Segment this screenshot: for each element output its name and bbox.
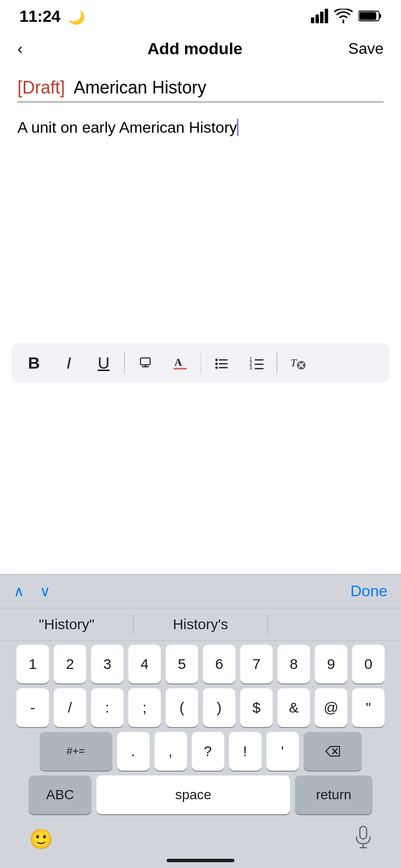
key-6[interactable]: 6 — [203, 645, 235, 683]
key-colon[interactable]: : — [91, 688, 123, 727]
svg-point-13 — [216, 363, 218, 365]
key-hashtag-switch[interactable]: #+= — [40, 732, 112, 771]
content-area: [Draft] A unit on early American History — [0, 68, 401, 266]
highlight-button[interactable] — [135, 352, 156, 373]
text-cursor — [237, 119, 238, 136]
key-5[interactable]: 5 — [166, 645, 198, 683]
key-period[interactable]: . — [117, 732, 150, 771]
key-7[interactable]: 7 — [240, 645, 273, 683]
bottom-bar: 🙂 — [0, 821, 401, 856]
keyboard-toolbar: ∧ ∨ Done — [0, 574, 401, 608]
keyboard-rows: 1 2 3 4 5 6 7 8 9 0 - / : ; ( ) $ & @ " … — [0, 641, 401, 821]
svg-rect-0 — [311, 17, 314, 23]
svg-text:T: T — [291, 356, 297, 369]
home-bar — [167, 859, 234, 862]
svg-rect-2 — [320, 12, 324, 23]
description-text: A unit on early American History — [17, 119, 237, 136]
home-indicator — [0, 856, 401, 868]
nav-bar: ‹ Add module Save — [0, 29, 401, 68]
svg-rect-1 — [316, 15, 319, 23]
key-apostrophe[interactable]: ' — [266, 732, 299, 771]
key-space[interactable]: space — [96, 775, 290, 814]
svg-rect-7 — [140, 358, 150, 365]
key-question[interactable]: ? — [192, 732, 224, 771]
status-icons — [311, 9, 382, 23]
autocomplete-item-3[interactable] — [268, 608, 401, 640]
bold-button[interactable]: B — [23, 352, 45, 373]
keyboard-done-button[interactable]: Done — [351, 582, 388, 600]
key-lparen[interactable]: ( — [166, 688, 198, 727]
misc-row: #+= . , ? ! ' — [4, 732, 397, 771]
autocomplete-item-2[interactable]: History's — [134, 608, 267, 640]
battery-icon — [358, 10, 382, 22]
key-2[interactable]: 2 — [54, 645, 86, 683]
key-0[interactable]: 0 — [352, 645, 385, 683]
key-rparen[interactable]: ) — [203, 688, 235, 727]
wifi-icon — [334, 9, 353, 23]
module-title-input[interactable] — [74, 78, 384, 98]
svg-point-12 — [216, 359, 218, 361]
key-9[interactable]: 9 — [315, 645, 347, 683]
key-1[interactable]: 1 — [16, 645, 49, 683]
svg-rect-3 — [325, 9, 328, 23]
key-ampersand[interactable]: & — [278, 688, 310, 727]
moon-icon: 🌙 — [68, 10, 85, 25]
key-4[interactable]: 4 — [128, 645, 161, 683]
key-return[interactable]: return — [295, 775, 372, 814]
format-toolbar: B I U A — [12, 343, 389, 382]
toolbar-divider-2 — [200, 352, 201, 373]
svg-point-14 — [216, 367, 218, 369]
numbered-list-button[interactable]: 1 2 3 — [246, 352, 267, 373]
svg-rect-5 — [379, 14, 381, 18]
draft-label: [Draft] — [17, 78, 65, 98]
title-row: [Draft] — [17, 78, 384, 102]
save-button[interactable]: Save — [348, 40, 384, 58]
key-slash[interactable]: / — [54, 688, 86, 727]
emoji-button[interactable]: 🙂 — [29, 828, 53, 851]
key-exclamation[interactable]: ! — [229, 732, 262, 771]
next-field-button[interactable]: ∨ — [40, 583, 50, 600]
underline-button[interactable]: U — [93, 352, 114, 373]
prev-field-button[interactable]: ∧ — [14, 583, 24, 600]
back-button[interactable]: ‹ — [17, 40, 42, 58]
svg-rect-6 — [359, 12, 376, 20]
key-abc[interactable]: ABC — [29, 775, 92, 814]
key-8[interactable]: 8 — [278, 645, 310, 683]
clear-format-button[interactable]: T — [287, 352, 308, 373]
svg-text:3: 3 — [249, 365, 252, 371]
bottom-row: ABC space return — [4, 775, 397, 814]
svg-rect-30 — [360, 826, 367, 839]
bullet-list-button[interactable] — [211, 352, 232, 373]
toolbar-divider-3 — [277, 352, 278, 373]
text-color-button[interactable]: A — [170, 352, 191, 373]
description-area[interactable]: A unit on early American History — [17, 116, 384, 261]
italic-button[interactable]: I — [58, 352, 79, 373]
keyboard-nav-buttons: ∧ ∨ — [14, 583, 50, 600]
svg-text:A: A — [174, 356, 182, 368]
text-style-group: B I U — [23, 352, 114, 373]
status-bar: 11:24 🌙 — [0, 0, 401, 29]
delete-key[interactable] — [304, 732, 362, 771]
keyboard-area: ∧ ∨ Done "History" History's 1 2 3 4 5 6… — [0, 574, 401, 868]
list-group: 1 2 3 — [211, 352, 267, 373]
key-quote[interactable]: " — [352, 688, 385, 727]
key-at[interactable]: @ — [315, 688, 347, 727]
format-toolbar-wrapper: B I U A — [0, 343, 401, 382]
page-title: Add module — [147, 39, 242, 58]
mic-button[interactable] — [355, 825, 372, 853]
number-row: 1 2 3 4 5 6 7 8 9 0 — [4, 645, 397, 683]
signal-icon — [311, 9, 328, 23]
key-semicolon[interactable]: ; — [128, 688, 161, 727]
symbol-row: - / : ; ( ) $ & @ " — [4, 688, 397, 727]
toolbar-divider-1 — [124, 352, 125, 373]
key-dollar[interactable]: $ — [240, 688, 273, 727]
status-time: 11:24 🌙 — [19, 7, 85, 26]
autocomplete-item-1[interactable]: "History" — [0, 608, 133, 640]
key-3[interactable]: 3 — [91, 645, 123, 683]
highlight-group: A — [135, 352, 191, 373]
key-minus[interactable]: - — [16, 688, 49, 727]
key-comma[interactable]: , — [154, 732, 187, 771]
time-text: 11:24 — [19, 7, 60, 25]
autocomplete-bar: "History" History's — [0, 608, 401, 641]
